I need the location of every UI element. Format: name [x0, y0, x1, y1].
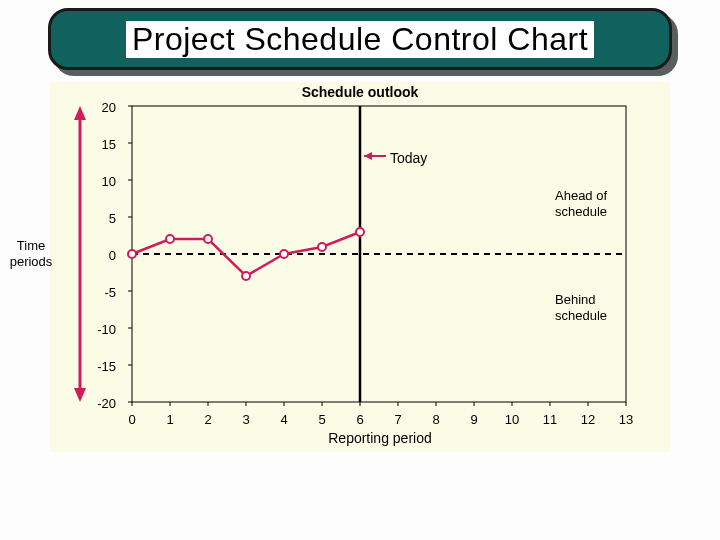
svg-marker-24	[364, 152, 372, 160]
svg-marker-27	[74, 388, 86, 402]
page-title: Project Schedule Control Chart	[126, 21, 594, 58]
svg-point-34	[356, 228, 364, 236]
title-card-face: Project Schedule Control Chart	[48, 8, 672, 70]
svg-point-31	[242, 272, 250, 280]
title-card: Project Schedule Control Chart	[48, 8, 672, 70]
svg-point-32	[280, 250, 288, 258]
range-arrow-icon	[74, 106, 86, 402]
y-axis-label: Time periods	[6, 238, 56, 269]
svg-point-28	[128, 250, 136, 258]
chart-svg	[50, 82, 670, 452]
svg-marker-26	[74, 106, 86, 120]
svg-point-29	[166, 235, 174, 243]
svg-point-33	[318, 243, 326, 251]
x-tick-marks	[132, 402, 626, 406]
chart-container: Schedule outlook Time periods Reporting …	[50, 82, 670, 452]
svg-point-30	[204, 235, 212, 243]
today-arrow	[364, 152, 386, 160]
